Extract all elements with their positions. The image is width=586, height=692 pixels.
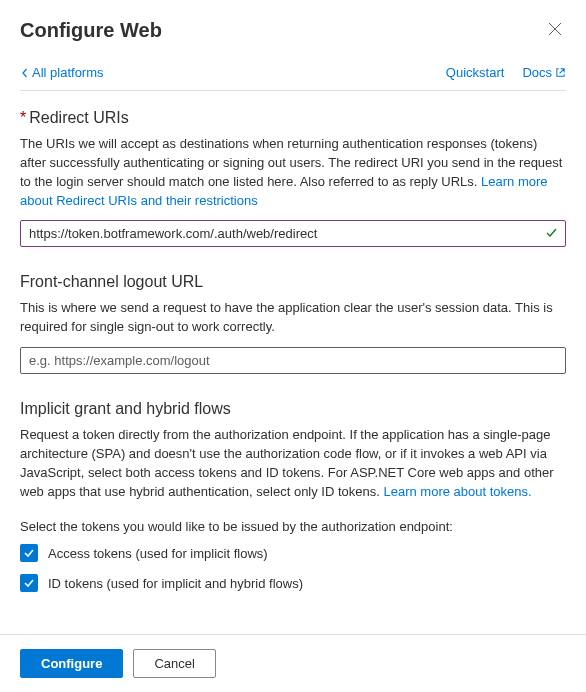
configure-button[interactable]: Configure <box>20 649 123 678</box>
logout-url-input[interactable] <box>20 347 566 374</box>
cancel-button[interactable]: Cancel <box>133 649 215 678</box>
docs-label: Docs <box>522 65 552 80</box>
back-all-platforms-link[interactable]: All platforms <box>20 65 104 80</box>
check-icon <box>23 577 35 589</box>
access-tokens-label: Access tokens (used for implicit flows) <box>48 546 268 561</box>
required-asterisk: * <box>20 109 26 126</box>
implicit-grant-description: Request a token directly from the author… <box>20 426 566 501</box>
logout-url-description: This is where we send a request to have … <box>20 299 566 337</box>
external-link-icon <box>555 67 566 78</box>
close-icon[interactable] <box>544 18 566 43</box>
check-icon <box>23 547 35 559</box>
redirect-uris-heading: *Redirect URIs <box>20 109 566 127</box>
page-title: Configure Web <box>20 19 162 42</box>
redirect-uris-description: The URIs we will accept as destinations … <box>20 135 566 210</box>
implicit-grant-heading: Implicit grant and hybrid flows <box>20 400 566 418</box>
checkmark-icon <box>545 226 558 242</box>
access-tokens-checkbox[interactable] <box>20 544 38 562</box>
logout-url-heading: Front-channel logout URL <box>20 273 566 291</box>
id-tokens-label: ID tokens (used for implicit and hybrid … <box>48 576 303 591</box>
tokens-learn-more-link[interactable]: Learn more about tokens. <box>384 484 532 499</box>
chevron-left-icon <box>20 68 30 78</box>
select-tokens-label: Select the tokens you would like to be i… <box>20 519 566 534</box>
back-label: All platforms <box>32 65 104 80</box>
quickstart-link[interactable]: Quickstart <box>446 65 505 80</box>
redirect-uri-input[interactable] <box>20 220 566 247</box>
id-tokens-checkbox[interactable] <box>20 574 38 592</box>
docs-link[interactable]: Docs <box>522 65 566 80</box>
